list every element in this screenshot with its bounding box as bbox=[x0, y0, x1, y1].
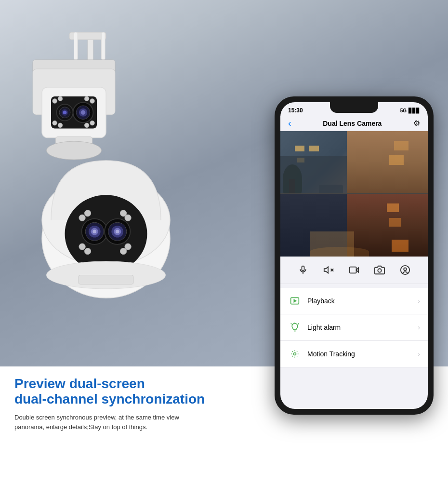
light-alarm-label: Light alarm bbox=[307, 324, 418, 331]
svg-point-15 bbox=[81, 110, 86, 115]
phone-screen: 15:30 5G ▊▊▊ ‹ Dual Lens Camera ⚙ bbox=[280, 102, 428, 409]
svg-marker-51 bbox=[324, 267, 328, 273]
svg-rect-49 bbox=[302, 266, 304, 271]
svg-point-44 bbox=[84, 248, 91, 254]
svg-point-38 bbox=[116, 230, 119, 233]
window-1 bbox=[295, 146, 304, 151]
face-button[interactable] bbox=[396, 261, 414, 279]
svg-point-42 bbox=[120, 210, 126, 216]
network-indicator: 5G bbox=[400, 108, 407, 113]
mute-button[interactable] bbox=[320, 261, 337, 279]
tree-top bbox=[283, 164, 302, 193]
svg-point-25 bbox=[47, 141, 102, 160]
menu-item-playback[interactable]: Playback › bbox=[280, 288, 428, 314]
menu-item-light-alarm[interactable]: Light alarm › bbox=[280, 314, 428, 341]
status-time: 15:30 bbox=[288, 107, 303, 114]
svg-point-46 bbox=[120, 248, 126, 254]
building-top-bg bbox=[280, 131, 428, 193]
record-button[interactable] bbox=[345, 261, 363, 279]
light-alarm-chevron: › bbox=[418, 324, 420, 331]
car bbox=[319, 185, 343, 193]
description-text: Double screen synchronous preview, at th… bbox=[14, 413, 198, 432]
svg-line-62 bbox=[291, 324, 292, 325]
svg-point-21 bbox=[58, 123, 63, 128]
svg-point-40 bbox=[84, 210, 91, 216]
svg-point-33 bbox=[92, 230, 96, 233]
playback-chevron: › bbox=[418, 297, 420, 305]
svg-point-39 bbox=[79, 215, 85, 221]
window-3 bbox=[297, 158, 304, 162]
svg-point-64 bbox=[294, 353, 296, 355]
phone-outer-shell: 15:30 5G ▊▊▊ ‹ Dual Lens Camera ⚙ bbox=[275, 96, 434, 415]
svg-point-18 bbox=[90, 99, 95, 104]
tree-trunk bbox=[289, 179, 295, 193]
svg-point-56 bbox=[378, 269, 381, 272]
headline-line1: Preview dual-screen bbox=[14, 376, 145, 391]
feed-top bbox=[280, 131, 428, 194]
headline: Preview dual-screen dual-channel synchro… bbox=[14, 376, 217, 407]
settings-icon[interactable]: ⚙ bbox=[413, 119, 420, 128]
svg-point-43 bbox=[79, 244, 85, 250]
camera-product-area bbox=[10, 24, 231, 371]
playback-icon bbox=[288, 294, 302, 308]
motion-tracking-label: Motion Tracking bbox=[307, 350, 418, 358]
phone-mockup: 15:30 5G ▊▊▊ ‹ Dual Lens Camera ⚙ bbox=[275, 96, 434, 415]
svg-point-23 bbox=[84, 123, 89, 128]
svg-point-11 bbox=[63, 110, 67, 114]
microphone-button[interactable] bbox=[294, 261, 312, 279]
window-2 bbox=[309, 146, 319, 151]
svg-rect-54 bbox=[350, 267, 356, 273]
playback-label: Playback bbox=[307, 297, 418, 305]
motion-tracking-icon bbox=[288, 347, 302, 361]
window-4 bbox=[389, 155, 404, 165]
svg-point-16 bbox=[53, 99, 57, 104]
nav-bar: ‹ Dual Lens Camera ⚙ bbox=[280, 116, 428, 131]
window-warm-3 bbox=[392, 240, 408, 252]
controls-row bbox=[280, 257, 428, 284]
svg-point-22 bbox=[90, 121, 95, 125]
back-button[interactable]: ‹ bbox=[288, 118, 291, 129]
headline-line2: dual-channel synchronization bbox=[14, 392, 205, 406]
menu-list: Playback › Lig bbox=[280, 288, 428, 367]
text-section: Preview dual-screen dual-channel synchro… bbox=[0, 366, 231, 487]
svg-point-58 bbox=[404, 268, 407, 271]
window-5 bbox=[394, 141, 408, 150]
status-icons: 5G ▊▊▊ bbox=[400, 108, 420, 113]
svg-marker-60 bbox=[294, 300, 296, 302]
camera-illustration bbox=[14, 24, 198, 352]
svg-rect-48 bbox=[79, 275, 133, 284]
phone-notch bbox=[330, 102, 378, 113]
nav-title: Dual Lens Camera bbox=[323, 120, 382, 127]
camera-feed: 1.0X bbox=[280, 131, 428, 257]
window-warm-2 bbox=[389, 218, 401, 227]
svg-line-63 bbox=[298, 324, 299, 325]
svg-rect-3 bbox=[102, 32, 105, 60]
battery-icon: ▊▊▊ bbox=[408, 108, 420, 113]
window-warm-1 bbox=[387, 203, 399, 212]
svg-rect-2 bbox=[74, 32, 78, 60]
svg-point-20 bbox=[53, 121, 57, 125]
light-alarm-icon bbox=[288, 321, 302, 334]
motion-tracking-chevron: › bbox=[418, 350, 420, 358]
ground-light bbox=[310, 247, 369, 257]
feed-bottom bbox=[280, 194, 428, 257]
svg-point-17 bbox=[58, 96, 63, 101]
snapshot-button[interactable] bbox=[371, 261, 388, 279]
building-bottom-bg bbox=[280, 194, 428, 257]
menu-item-motion-tracking[interactable]: Motion Tracking › bbox=[280, 341, 428, 367]
svg-point-19 bbox=[84, 96, 89, 101]
